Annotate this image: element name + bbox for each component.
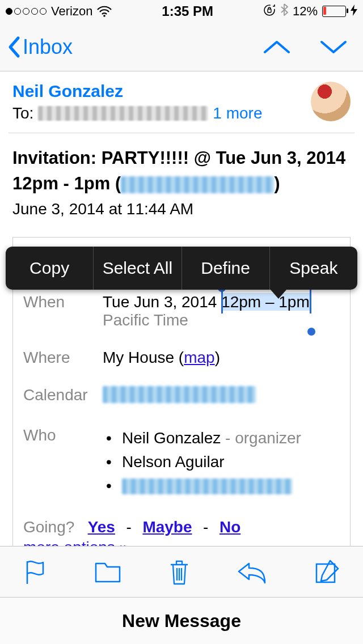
- back-button[interactable]: Inbox: [7, 35, 73, 59]
- copy-action[interactable]: Copy: [6, 247, 94, 290]
- subject-block: Invitation: PARTY!!!!! @ Tue Jun 3, 2014…: [0, 133, 363, 228]
- compose-button[interactable]: [313, 558, 340, 586]
- attendee-item: [103, 474, 301, 498]
- who-label: Who: [23, 426, 103, 444]
- bluetooth-icon: [280, 3, 288, 19]
- rsvp-yes[interactable]: Yes: [88, 518, 115, 536]
- sender-avatar[interactable]: [311, 82, 351, 121]
- rotation-lock-icon: [263, 4, 276, 19]
- wifi-icon: [97, 6, 112, 17]
- calendar-redacted: [103, 386, 256, 403]
- email-subject: Invitation: PARTY!!!!! @ Tue Jun 3, 2014…: [12, 146, 351, 197]
- back-label: Inbox: [23, 35, 73, 59]
- mail-toolbar: [0, 546, 363, 598]
- rsvp-no[interactable]: No: [220, 518, 240, 536]
- reply-button[interactable]: [237, 560, 267, 584]
- selection-handle-end[interactable]: [307, 328, 315, 336]
- where-text: My House (: [103, 349, 184, 366]
- text-edit-menu: Copy Select All Define Speak: [6, 247, 357, 290]
- trash-button[interactable]: [167, 558, 191, 586]
- attendee-role: organizer: [235, 429, 301, 447]
- attendee-redacted: [122, 478, 292, 494]
- attendee-name: Nelson Aguilar: [122, 453, 225, 471]
- attendee-list: Neil Gonzalez - organizer Nelson Aguilar: [103, 426, 301, 498]
- navigation-bar: Inbox: [0, 23, 363, 71]
- previous-message-button[interactable]: [263, 39, 291, 56]
- attendee-item: Neil Gonzalez - organizer: [103, 426, 301, 450]
- where-value: My House (map): [103, 349, 220, 367]
- chevron-left-icon: [7, 36, 22, 58]
- attendee-item: Nelson Aguilar: [103, 450, 301, 474]
- speak-action[interactable]: Speak: [270, 247, 357, 290]
- sent-date: June 3, 2014 at 11:44 AM: [12, 200, 351, 218]
- clock-label: 1:35 PM: [162, 3, 213, 19]
- battery-icon: [322, 6, 346, 17]
- to-label: To:: [12, 104, 33, 122]
- when-label: When: [23, 293, 103, 311]
- calendar-label: Calendar: [23, 386, 103, 404]
- selection-caret-end: [310, 290, 311, 313]
- new-message-label: New Message: [122, 611, 241, 632]
- next-message-button[interactable]: [319, 39, 348, 56]
- svg-point-0: [104, 15, 106, 17]
- when-date: Tue Jun 3, 2014: [103, 293, 221, 311]
- battery-percentage: 12%: [293, 4, 318, 19]
- when-timezone: Pacific Time: [103, 311, 310, 329]
- carrier-label: Verizon: [51, 4, 92, 19]
- select-all-action[interactable]: Select All: [94, 247, 182, 290]
- where-text-end: ): [215, 349, 220, 366]
- edit-menu-pointer: [271, 290, 286, 299]
- subject-text-end: ): [274, 173, 280, 193]
- selected-text[interactable]: 12pm – 1pm: [221, 293, 310, 311]
- flag-button[interactable]: [23, 558, 48, 586]
- subject-redacted: [121, 176, 274, 193]
- move-button[interactable]: [94, 560, 122, 584]
- where-label: Where: [23, 349, 103, 367]
- going-label: Going?: [23, 518, 74, 536]
- signal-strength-icon: [6, 8, 47, 15]
- recipient-redacted: [38, 106, 208, 121]
- svg-rect-2: [268, 9, 271, 12]
- define-action[interactable]: Define: [182, 247, 270, 290]
- attendee-name: Neil Gonzalez: [122, 429, 221, 447]
- status-bar: Verizon 1:35 PM 12%: [0, 0, 363, 23]
- selection-caret-start: [221, 290, 223, 313]
- message-header: Neil Gonzalez To: 1 more: [0, 71, 363, 133]
- map-link[interactable]: map: [184, 349, 214, 366]
- sender-name[interactable]: Neil Gonzalez: [12, 82, 263, 101]
- charging-icon: [351, 5, 357, 19]
- new-message-bar[interactable]: New Message: [0, 597, 363, 644]
- rsvp-maybe[interactable]: Maybe: [142, 518, 192, 536]
- more-recipients-link[interactable]: 1 more: [213, 104, 262, 122]
